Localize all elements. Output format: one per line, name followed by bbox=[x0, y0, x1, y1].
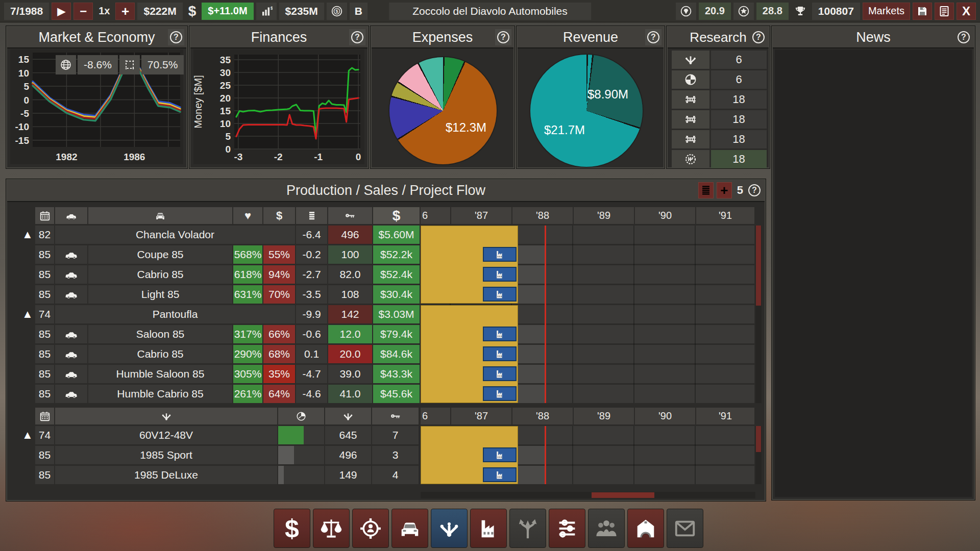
model-name-cell[interactable]: Chancla Volador bbox=[55, 226, 295, 244]
research-row[interactable]: 6 bbox=[672, 51, 767, 69]
trim-name-cell[interactable]: Saloon 85 bbox=[88, 325, 232, 343]
markets-button[interactable]: Markets bbox=[863, 3, 910, 20]
engine-icon-header[interactable] bbox=[55, 408, 277, 424]
trim-name-cell[interactable]: Cabrio 85 bbox=[88, 345, 232, 363]
research-row[interactable]: 6 bbox=[672, 70, 767, 89]
staff-button[interactable] bbox=[588, 509, 625, 548]
svg-text:-1: -1 bbox=[314, 152, 323, 162]
speed-down-button[interactable]: − bbox=[74, 3, 93, 20]
key-icon-header[interactable] bbox=[372, 408, 419, 424]
units-cell: 645 bbox=[325, 426, 371, 444]
dollar-icon: $ bbox=[185, 3, 200, 20]
factory-assign-button[interactable] bbox=[483, 287, 517, 302]
speed-up-button[interactable]: + bbox=[115, 3, 135, 20]
svg-text:0: 0 bbox=[23, 95, 29, 106]
calendar-icon-header[interactable] bbox=[35, 207, 54, 224]
scrollbar-thumb[interactable] bbox=[756, 426, 761, 452]
calendar-icon-header[interactable] bbox=[35, 408, 54, 424]
research-row[interactable]: 18 bbox=[672, 150, 767, 168]
trim-name-cell[interactable]: Light 85 bbox=[88, 285, 232, 304]
help-button[interactable]: ? bbox=[168, 29, 184, 45]
research-value: 18 bbox=[711, 110, 767, 129]
engine-icon-header[interactable] bbox=[325, 408, 371, 424]
factory-assign-button[interactable] bbox=[483, 247, 517, 262]
help-icon: ? bbox=[752, 31, 765, 43]
company-value-display: $235M bbox=[279, 3, 324, 20]
add-project-button[interactable]: + bbox=[717, 182, 732, 198]
scrollbar-thumb[interactable] bbox=[592, 492, 654, 498]
dollar-icon-header[interactable]: $ bbox=[263, 207, 295, 224]
gauge-half-icon-header[interactable] bbox=[278, 408, 324, 424]
popularity-cell: 618% bbox=[233, 265, 262, 284]
collapse-group-button[interactable]: ▲ bbox=[21, 429, 34, 442]
help-button[interactable]: ? bbox=[645, 29, 662, 45]
money-cell: $52.4k bbox=[373, 265, 420, 284]
play-button[interactable]: ▶ bbox=[52, 3, 71, 20]
engine-name-cell[interactable]: 1985 DeLuxe bbox=[55, 466, 277, 484]
count-cell: 7 bbox=[372, 426, 419, 444]
horizontal-scrollbar[interactable] bbox=[421, 492, 755, 498]
trim-name-cell[interactable]: Humble Cabrio 85 bbox=[88, 385, 232, 403]
factories-button[interactable] bbox=[470, 509, 507, 548]
factory-assign-button[interactable] bbox=[483, 447, 517, 462]
factory-assign-button[interactable] bbox=[483, 467, 517, 482]
engine-name-cell[interactable]: 60V12-48V bbox=[55, 426, 277, 444]
factory-assign-button[interactable] bbox=[483, 346, 517, 361]
help-button[interactable]: ? bbox=[750, 29, 767, 45]
factory-assign-button[interactable] bbox=[483, 366, 517, 381]
calendar-icon bbox=[39, 411, 51, 422]
vertical-scrollbar[interactable] bbox=[755, 426, 762, 484]
car-front-icon-header[interactable] bbox=[88, 207, 232, 224]
marketing-button[interactable] bbox=[352, 509, 389, 548]
factory-assign-button[interactable] bbox=[483, 386, 517, 401]
research-row[interactable]: 18 bbox=[672, 130, 767, 148]
stock-icon-header[interactable] bbox=[296, 207, 327, 224]
year-cell: 74 bbox=[35, 305, 54, 323]
engine-name-cell[interactable]: 1985 Sport bbox=[55, 446, 277, 464]
distribution-button[interactable] bbox=[509, 509, 546, 548]
year-cell: 85 bbox=[35, 446, 54, 464]
gauge-icon: $ bbox=[327, 3, 347, 20]
close-button[interactable]: X bbox=[957, 3, 976, 20]
vehicles-button[interactable] bbox=[391, 509, 428, 548]
dollar-icon: $ bbox=[393, 209, 401, 223]
svg-text:30: 30 bbox=[220, 67, 231, 78]
factory-assign-button[interactable] bbox=[483, 267, 517, 282]
trim-name-cell[interactable]: Humble Saloon 85 bbox=[88, 365, 232, 383]
model-name-cell[interactable]: Pantoufla bbox=[55, 305, 295, 323]
dollar-icon-header[interactable]: $ bbox=[373, 207, 420, 224]
legal-button[interactable] bbox=[313, 509, 350, 548]
heart-icon-header[interactable]: ♥ bbox=[233, 207, 262, 224]
collapse-group-button[interactable]: ▲ bbox=[21, 308, 34, 321]
help-button[interactable]: ? bbox=[349, 29, 365, 45]
research-value: 18 bbox=[711, 130, 767, 148]
popularity-cell: 317% bbox=[233, 325, 262, 343]
project-counter: 5 bbox=[735, 184, 745, 197]
research-row[interactable]: 18 bbox=[672, 110, 767, 129]
vertical-scrollbar[interactable] bbox=[755, 226, 762, 403]
help-icon[interactable]: ? bbox=[748, 184, 761, 196]
components-button[interactable] bbox=[431, 509, 468, 548]
scrollbar-thumb[interactable] bbox=[756, 226, 761, 306]
trim-name-cell[interactable]: Coupe 85 bbox=[88, 245, 232, 264]
reports-button[interactable] bbox=[935, 3, 954, 20]
key-icon-header[interactable] bbox=[328, 207, 372, 224]
save-button[interactable] bbox=[913, 3, 932, 20]
production-controls: + 5 ? bbox=[698, 182, 761, 198]
factory-assign-button[interactable] bbox=[483, 327, 517, 341]
dealership-button[interactable] bbox=[627, 509, 664, 548]
trim-name-cell[interactable]: Cabrio 85 bbox=[88, 265, 232, 284]
car-side-icon bbox=[65, 248, 78, 261]
collapse-group-button[interactable]: ▲ bbox=[21, 228, 34, 241]
research-row[interactable]: 18 bbox=[672, 90, 767, 109]
help-button[interactable]: ? bbox=[495, 29, 511, 45]
mail-button[interactable] bbox=[667, 509, 703, 548]
envelope-icon bbox=[673, 517, 697, 540]
finance-button[interactable]: $ bbox=[274, 509, 310, 548]
car-side-icon-header[interactable] bbox=[55, 207, 87, 224]
help-button[interactable]: ? bbox=[955, 29, 972, 45]
delta-cell: -6.4 bbox=[296, 226, 327, 244]
megamenu-button[interactable] bbox=[549, 509, 585, 548]
list-view-button[interactable] bbox=[698, 182, 714, 198]
year-divider bbox=[572, 426, 573, 484]
